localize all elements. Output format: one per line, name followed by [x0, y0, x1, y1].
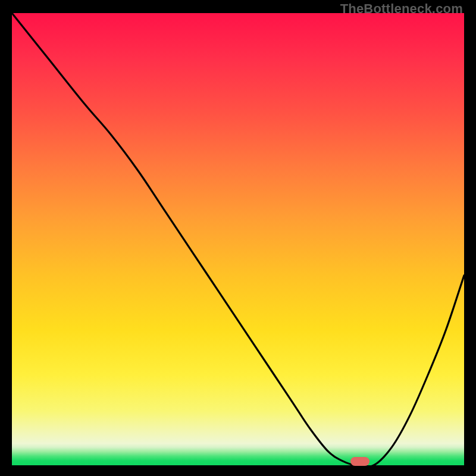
chart-frame: TheBottleneck.com	[0, 0, 476, 476]
curve-svg	[12, 13, 464, 465]
watermark-text: TheBottleneck.com	[340, 1, 463, 17]
plot-container	[12, 13, 464, 465]
optimal-point-marker	[350, 457, 369, 466]
bottleneck-curve-path	[12, 13, 464, 465]
